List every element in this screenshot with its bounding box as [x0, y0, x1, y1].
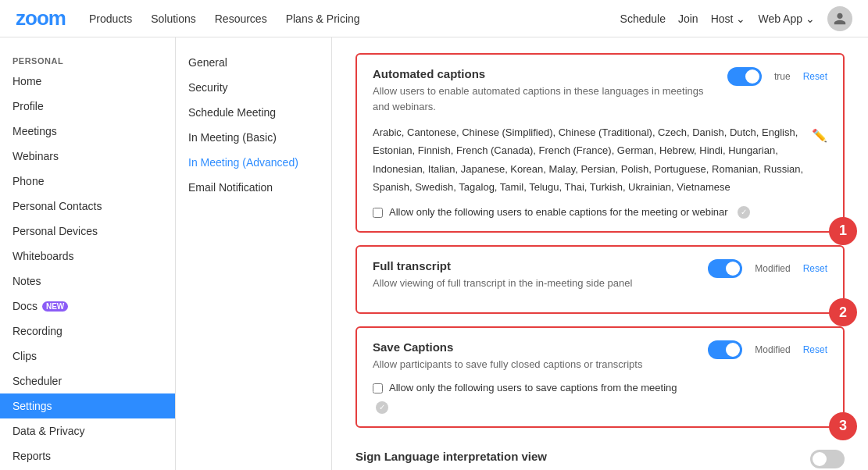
save-captions-controls: Modified Reset	[708, 340, 827, 359]
sign-language-controls	[810, 450, 845, 468]
toggle-slider	[727, 67, 762, 86]
sidebar-item-personal-contacts[interactable]: Personal Contacts	[0, 194, 175, 219]
toggle-slider-4	[810, 450, 845, 468]
toggle-slider-3	[708, 340, 742, 359]
sidebar-item-meetings[interactable]: Meetings	[0, 119, 175, 144]
save-captions-info-icon[interactable]: ✓	[376, 401, 388, 414]
sidebar-item-whiteboards[interactable]: Whiteboards	[0, 244, 175, 269]
full-transcript-toggle[interactable]	[708, 259, 742, 278]
sidebar-item-clips[interactable]: Clips	[0, 344, 175, 369]
user-avatar[interactable]	[827, 6, 852, 31]
nav-products[interactable]: Products	[89, 12, 132, 25]
languages-text: Arabic, Cantonese, Chinese (Simplified),…	[373, 123, 827, 197]
step-badge-2: 2	[829, 298, 857, 326]
mid-nav-schedule-meeting[interactable]: Schedule Meeting	[176, 100, 331, 125]
save-captions-checkbox-row: Allow only the following users to save c…	[373, 382, 827, 393]
save-captions-card: Save Captions Allow participants to save…	[355, 326, 845, 428]
top-nav: zoom Products Solutions Resources Plans …	[0, 0, 868, 37]
main-layout: PERSONAL Home Profile Meetings Webinars …	[0, 37, 868, 470]
sidebar-item-reports[interactable]: Reports	[0, 443, 175, 468]
join-button[interactable]: Join	[678, 12, 698, 25]
sign-language-toggle[interactable]	[810, 450, 845, 468]
mid-nav-in-meeting-basic[interactable]: In Meeting (Basic)	[176, 125, 331, 150]
sign-language-desc: Allow host to assign participants as sig…	[355, 466, 795, 470]
captions-checkbox-label: Allow only the following users to enable…	[389, 206, 728, 218]
save-captions-checkbox-label: Allow only the following users to save c…	[389, 382, 677, 393]
step-badge-3: 3	[829, 412, 857, 440]
automated-captions-toggle[interactable]	[727, 67, 762, 86]
captions-checkbox[interactable]	[373, 208, 383, 218]
full-transcript-row: Full transcript Allow viewing of full tr…	[373, 259, 827, 291]
nav-plans[interactable]: Plans & Pricing	[286, 12, 360, 25]
nav-right: Schedule Join Host ⌄ Web App ⌄	[620, 6, 852, 31]
full-transcript-card: Full transcript Allow viewing of full tr…	[355, 245, 845, 315]
save-captions-toggle[interactable]	[708, 340, 742, 359]
save-captions-desc: Allow participants to save fully closed …	[373, 357, 692, 372]
mid-nav-in-meeting-advanced[interactable]: In Meeting (Advanced)	[176, 150, 331, 175]
sign-language-section: Sign Language interpretation view Allow …	[355, 440, 845, 470]
save-captions-info: Save Captions Allow participants to save…	[373, 340, 692, 372]
zoom-logo[interactable]: zoom	[16, 6, 66, 30]
automated-captions-title: Automated captions	[373, 67, 712, 80]
modified-label: true	[774, 71, 791, 82]
host-button[interactable]: Host ⌄	[711, 12, 746, 25]
automated-captions-row: Automated captions Allow users to enable…	[373, 67, 827, 114]
step-badge-1: 1	[829, 217, 857, 245]
sign-language-info: Sign Language interpretation view Allow …	[355, 450, 795, 470]
sidebar-item-personal-devices[interactable]: Personal Devices	[0, 219, 175, 244]
reset-link-3[interactable]: Reset	[803, 344, 827, 355]
mid-nav-security[interactable]: Security	[176, 75, 331, 100]
sidebar: PERSONAL Home Profile Meetings Webinars …	[0, 37, 176, 470]
sidebar-item-profile[interactable]: Profile	[0, 94, 175, 119]
sidebar-item-notes[interactable]: Notes	[0, 269, 175, 294]
sidebar-item-scheduler[interactable]: Scheduler	[0, 369, 175, 393]
sidebar-section-label: PERSONAL	[0, 50, 175, 69]
mid-nav-email-notification[interactable]: Email Notification	[176, 175, 331, 200]
reset-link-2[interactable]: Reset	[803, 263, 827, 274]
captions-checkbox-row: Allow only the following users to enable…	[373, 206, 827, 219]
sign-language-title: Sign Language interpretation view	[355, 450, 795, 463]
full-transcript-info: Full transcript Allow viewing of full tr…	[373, 259, 692, 291]
mid-nav: General Security Schedule Meeting In Mee…	[176, 37, 332, 470]
edit-icon[interactable]: ✏️	[812, 125, 827, 148]
webapp-button[interactable]: Web App ⌄	[758, 12, 815, 25]
main-content: Automated captions Allow users to enable…	[332, 37, 868, 470]
full-transcript-title: Full transcript	[373, 259, 692, 272]
sidebar-item-data-privacy[interactable]: Data & Privacy	[0, 418, 175, 443]
nav-links: Products Solutions Resources Plans & Pri…	[89, 12, 620, 25]
toggle-slider-2	[708, 259, 742, 278]
mid-nav-general[interactable]: General	[176, 50, 331, 75]
sidebar-item-recording[interactable]: Recording	[0, 319, 175, 344]
sidebar-item-home[interactable]: Home	[0, 69, 175, 94]
nav-resources[interactable]: Resources	[215, 12, 267, 25]
nav-solutions[interactable]: Solutions	[151, 12, 196, 25]
modified-label-3: Modified	[755, 344, 790, 355]
sidebar-item-settings[interactable]: Settings	[0, 393, 175, 418]
new-badge: NEW	[42, 301, 68, 312]
reset-link[interactable]: Reset	[803, 71, 827, 82]
automated-captions-info: Automated captions Allow users to enable…	[373, 67, 712, 114]
sidebar-item-webinars[interactable]: Webinars	[0, 144, 175, 169]
modified-label-2: Modified	[755, 263, 790, 274]
full-transcript-desc: Allow viewing of full transcript in the …	[373, 276, 692, 291]
sidebar-item-docs[interactable]: Docs NEW	[0, 294, 175, 319]
save-captions-title: Save Captions	[373, 340, 692, 354]
schedule-button[interactable]: Schedule	[620, 12, 666, 25]
automated-captions-desc: Allow users to enable automated captions…	[373, 84, 712, 114]
save-captions-checkbox[interactable]	[373, 383, 383, 393]
automated-captions-controls: true Reset	[727, 67, 827, 86]
sidebar-item-phone[interactable]: Phone	[0, 169, 175, 194]
sign-language-row: Sign Language interpretation view Allow …	[355, 450, 845, 470]
automated-captions-card: Automated captions Allow users to enable…	[355, 53, 845, 233]
save-captions-row: Save Captions Allow participants to save…	[373, 340, 827, 372]
captions-info-icon[interactable]: ✓	[738, 206, 750, 219]
full-transcript-controls: Modified Reset	[708, 259, 827, 278]
